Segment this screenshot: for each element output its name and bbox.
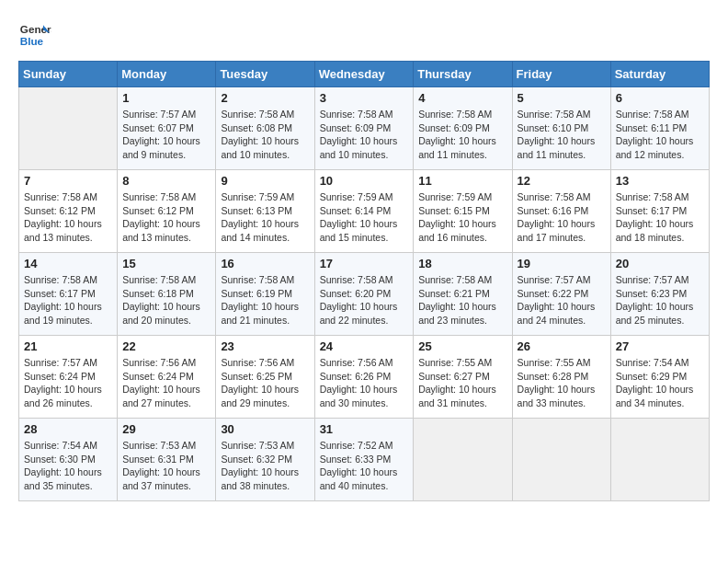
day-cell: 27Sunrise: 7:54 AM Sunset: 6:29 PM Dayli… [610, 336, 709, 419]
day-cell: 19Sunrise: 7:57 AM Sunset: 6:22 PM Dayli… [512, 253, 610, 336]
day-cell: 7Sunrise: 7:58 AM Sunset: 6:12 PM Daylig… [19, 170, 118, 253]
day-info: Sunrise: 7:57 AM Sunset: 6:07 PM Dayligh… [122, 108, 210, 162]
day-info: Sunrise: 7:58 AM Sunset: 6:20 PM Dayligh… [320, 273, 409, 327]
day-number: 19 [518, 257, 606, 270]
calendar-table: SundayMondayTuesdayWednesdayThursdayFrid… [18, 61, 710, 501]
day-info: Sunrise: 7:54 AM Sunset: 6:30 PM Dayligh… [24, 439, 112, 493]
column-header-sunday: Sunday [19, 62, 118, 87]
day-number: 29 [122, 422, 210, 436]
day-number: 8 [122, 174, 210, 188]
day-number: 16 [221, 257, 309, 270]
day-cell: 16Sunrise: 7:58 AM Sunset: 6:19 PM Dayli… [216, 253, 314, 336]
day-info: Sunrise: 7:58 AM Sunset: 6:17 PM Dayligh… [616, 190, 704, 245]
day-cell: 15Sunrise: 7:58 AM Sunset: 6:18 PM Dayli… [118, 253, 216, 336]
day-cell: 24Sunrise: 7:56 AM Sunset: 6:26 PM Dayli… [314, 336, 414, 419]
day-number: 22 [122, 339, 210, 353]
column-header-saturday: Saturday [610, 62, 709, 87]
day-cell [610, 419, 709, 501]
day-info: Sunrise: 7:58 AM Sunset: 6:18 PM Dayligh… [122, 273, 210, 327]
day-info: Sunrise: 7:58 AM Sunset: 6:17 PM Dayligh… [24, 273, 112, 327]
column-header-friday: Friday [512, 62, 610, 87]
day-info: Sunrise: 7:56 AM Sunset: 6:25 PM Dayligh… [221, 356, 309, 410]
day-cell: 28Sunrise: 7:54 AM Sunset: 6:30 PM Dayli… [19, 419, 118, 501]
svg-text:General: General [20, 23, 51, 35]
day-cell: 26Sunrise: 7:55 AM Sunset: 6:28 PM Dayli… [512, 336, 610, 419]
day-info: Sunrise: 7:57 AM Sunset: 6:24 PM Dayligh… [24, 356, 112, 410]
day-number: 5 [518, 91, 606, 105]
column-header-thursday: Thursday [414, 62, 512, 87]
day-info: Sunrise: 7:58 AM Sunset: 6:11 PM Dayligh… [616, 108, 704, 162]
day-number: 24 [320, 339, 409, 353]
day-cell: 8Sunrise: 7:58 AM Sunset: 6:12 PM Daylig… [118, 170, 216, 253]
day-cell: 30Sunrise: 7:53 AM Sunset: 6:32 PM Dayli… [216, 419, 314, 501]
week-row-1: 1Sunrise: 7:57 AM Sunset: 6:07 PM Daylig… [19, 87, 710, 170]
day-number: 18 [418, 257, 506, 270]
day-cell [414, 419, 512, 501]
day-info: Sunrise: 7:56 AM Sunset: 6:26 PM Dayligh… [320, 356, 409, 410]
day-number: 6 [616, 91, 704, 105]
day-number: 23 [221, 339, 309, 353]
day-number: 17 [320, 257, 409, 270]
week-row-2: 7Sunrise: 7:58 AM Sunset: 6:12 PM Daylig… [19, 170, 710, 253]
day-cell: 2Sunrise: 7:58 AM Sunset: 6:08 PM Daylig… [216, 87, 314, 170]
day-info: Sunrise: 7:52 AM Sunset: 6:33 PM Dayligh… [320, 439, 409, 493]
day-info: Sunrise: 7:56 AM Sunset: 6:24 PM Dayligh… [122, 356, 210, 410]
week-row-4: 21Sunrise: 7:57 AM Sunset: 6:24 PM Dayli… [19, 336, 710, 419]
day-cell: 17Sunrise: 7:58 AM Sunset: 6:20 PM Dayli… [314, 253, 414, 336]
day-number: 15 [122, 257, 210, 270]
day-cell: 11Sunrise: 7:59 AM Sunset: 6:15 PM Dayli… [414, 170, 512, 253]
day-info: Sunrise: 7:55 AM Sunset: 6:27 PM Dayligh… [418, 356, 506, 410]
day-cell: 22Sunrise: 7:56 AM Sunset: 6:24 PM Dayli… [118, 336, 216, 419]
day-cell: 18Sunrise: 7:58 AM Sunset: 6:21 PM Dayli… [414, 253, 512, 336]
week-row-3: 14Sunrise: 7:58 AM Sunset: 6:17 PM Dayli… [19, 253, 710, 336]
day-info: Sunrise: 7:55 AM Sunset: 6:28 PM Dayligh… [518, 356, 606, 410]
day-info: Sunrise: 7:54 AM Sunset: 6:29 PM Dayligh… [616, 356, 704, 410]
day-cell: 29Sunrise: 7:53 AM Sunset: 6:31 PM Dayli… [118, 419, 216, 501]
svg-text:Blue: Blue [20, 35, 44, 47]
day-number: 7 [24, 174, 112, 188]
day-info: Sunrise: 7:53 AM Sunset: 6:32 PM Dayligh… [221, 439, 309, 493]
column-header-tuesday: Tuesday [216, 62, 314, 87]
day-number: 25 [418, 339, 506, 353]
day-cell: 4Sunrise: 7:58 AM Sunset: 6:09 PM Daylig… [414, 87, 512, 170]
day-info: Sunrise: 7:57 AM Sunset: 6:23 PM Dayligh… [616, 273, 704, 327]
day-cell: 10Sunrise: 7:59 AM Sunset: 6:14 PM Dayli… [314, 170, 414, 253]
day-info: Sunrise: 7:58 AM Sunset: 6:21 PM Dayligh… [418, 273, 506, 327]
day-number: 1 [122, 91, 210, 105]
day-number: 12 [518, 174, 606, 188]
day-cell: 6Sunrise: 7:58 AM Sunset: 6:11 PM Daylig… [610, 87, 709, 170]
day-cell: 20Sunrise: 7:57 AM Sunset: 6:23 PM Dayli… [610, 253, 709, 336]
day-cell: 25Sunrise: 7:55 AM Sunset: 6:27 PM Dayli… [414, 336, 512, 419]
day-number: 26 [518, 339, 606, 353]
day-cell: 13Sunrise: 7:58 AM Sunset: 6:17 PM Dayli… [610, 170, 709, 253]
day-info: Sunrise: 7:58 AM Sunset: 6:09 PM Dayligh… [320, 108, 409, 162]
day-info: Sunrise: 7:59 AM Sunset: 6:13 PM Dayligh… [221, 190, 309, 245]
day-cell: 14Sunrise: 7:58 AM Sunset: 6:17 PM Dayli… [19, 253, 118, 336]
day-number: 28 [24, 422, 112, 436]
day-cell: 5Sunrise: 7:58 AM Sunset: 6:10 PM Daylig… [512, 87, 610, 170]
day-info: Sunrise: 7:58 AM Sunset: 6:19 PM Dayligh… [221, 273, 309, 327]
day-cell: 9Sunrise: 7:59 AM Sunset: 6:13 PM Daylig… [216, 170, 314, 253]
day-number: 4 [418, 91, 506, 105]
day-info: Sunrise: 7:57 AM Sunset: 6:22 PM Dayligh… [518, 273, 606, 327]
day-info: Sunrise: 7:59 AM Sunset: 6:14 PM Dayligh… [320, 190, 409, 245]
day-cell: 31Sunrise: 7:52 AM Sunset: 6:33 PM Dayli… [314, 419, 414, 501]
day-cell: 1Sunrise: 7:57 AM Sunset: 6:07 PM Daylig… [118, 87, 216, 170]
column-header-wednesday: Wednesday [314, 62, 414, 87]
day-number: 21 [24, 339, 112, 353]
day-info: Sunrise: 7:58 AM Sunset: 6:12 PM Dayligh… [24, 190, 112, 245]
day-cell: 23Sunrise: 7:56 AM Sunset: 6:25 PM Dayli… [216, 336, 314, 419]
day-info: Sunrise: 7:58 AM Sunset: 6:16 PM Dayligh… [518, 190, 606, 245]
day-cell: 3Sunrise: 7:58 AM Sunset: 6:09 PM Daylig… [314, 87, 414, 170]
day-number: 2 [221, 91, 309, 105]
day-info: Sunrise: 7:53 AM Sunset: 6:31 PM Dayligh… [122, 439, 210, 493]
day-number: 10 [320, 174, 409, 188]
day-number: 9 [221, 174, 309, 188]
day-number: 13 [616, 174, 704, 188]
day-number: 20 [616, 257, 704, 270]
day-cell: 12Sunrise: 7:58 AM Sunset: 6:16 PM Dayli… [512, 170, 610, 253]
day-cell [512, 419, 610, 501]
day-info: Sunrise: 7:58 AM Sunset: 6:08 PM Dayligh… [221, 108, 309, 162]
day-number: 31 [320, 422, 409, 436]
day-info: Sunrise: 7:58 AM Sunset: 6:12 PM Dayligh… [122, 190, 210, 245]
